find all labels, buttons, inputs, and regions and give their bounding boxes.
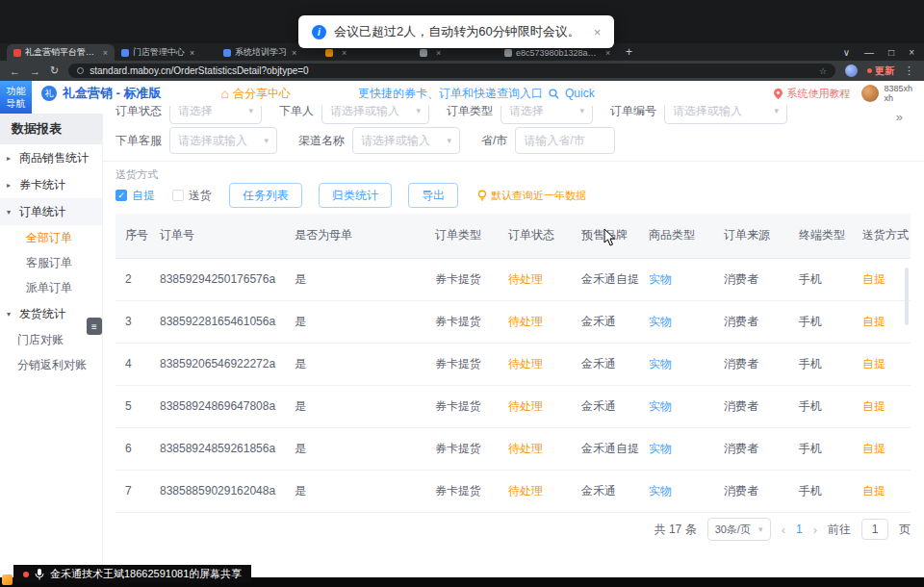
func-nav-block[interactable]: 功能 导航 xyxy=(0,81,32,114)
filter-select[interactable]: 请选择或输入▾ xyxy=(352,127,460,154)
browser-tab[interactable]: 礼盒营销平台管理中心× xyxy=(7,44,115,61)
site-info-icon[interactable] xyxy=(77,67,84,74)
filter-group: 渠道名称请选择或输入▾ xyxy=(298,127,460,154)
filter-select[interactable]: 请选择或输入▾ xyxy=(169,127,277,154)
update-label: 更新 xyxy=(875,64,894,78)
placeholder-text: 请选择或输入 xyxy=(330,106,399,119)
tab-close-icon[interactable]: × xyxy=(605,48,610,58)
filter-select[interactable]: 请选择▾ xyxy=(500,106,593,124)
classify-stats-button[interactable]: 归类统计 xyxy=(319,183,392,208)
orders-table: 序号订单号是否为母单订单类型订单状态预售品牌商品类型订单来源终端类型送货方式28… xyxy=(116,214,911,513)
share-center-link[interactable]: ⌂ 合分享中心 xyxy=(221,86,291,102)
filters-expand-button[interactable]: » xyxy=(896,110,903,124)
close-icon[interactable]: × xyxy=(594,25,602,39)
user-name: 8385xh xh xyxy=(884,84,912,104)
tab-close-icon[interactable]: × xyxy=(292,48,296,58)
window-close-icon[interactable]: × xyxy=(909,47,914,58)
checkbox-box[interactable] xyxy=(172,190,184,201)
sidebar-item[interactable]: ▸券卡统计 xyxy=(0,171,102,198)
table-cell: 券卡提货 xyxy=(425,470,499,512)
table-cell: 实物 xyxy=(639,470,714,512)
filter-select[interactable]: 请选择或输入▾ xyxy=(321,106,429,124)
table-cell: 金禾通 xyxy=(572,300,639,343)
table-row[interactable]: 583858924869647808a是券卡提货待处理金禾通实物消费者手机自提 xyxy=(116,385,911,427)
tab-label: 系统培训学习 xyxy=(235,46,287,59)
next-page-button[interactable]: › xyxy=(813,523,817,537)
reload-icon[interactable]: ↻ xyxy=(50,64,59,77)
address-bar[interactable]: standard.maboy.cn/OrderStatisticsDetail?… xyxy=(68,64,835,78)
tab-close-icon[interactable]: × xyxy=(103,48,108,58)
query-hint: 默认查询近一年数据 xyxy=(477,189,586,203)
minimize-icon[interactable]: — xyxy=(864,47,874,58)
func-nav-line2: 导航 xyxy=(7,97,26,110)
table-row[interactable]: 283859294250176576a是券卡提货待处理金禾通自提实物消费者手机自… xyxy=(116,258,911,300)
prev-page-button[interactable]: ‹ xyxy=(782,523,785,537)
column-header: 终端类型 xyxy=(789,214,853,258)
tab-close-icon[interactable]: × xyxy=(190,48,194,58)
quick-search-icon xyxy=(549,89,559,99)
filter-label: 下单客服 xyxy=(116,133,162,149)
tab-search-icon[interactable]: ∨ xyxy=(843,47,850,58)
quick-entry-link[interactable]: 更快捷的券卡、订单和快递查询入口 Quick xyxy=(358,86,595,102)
table-cell: 待处理 xyxy=(499,258,572,300)
page-size-select[interactable]: 30条/页 ▾ xyxy=(707,518,771,541)
filter-group: 下单人请选择或输入▾ xyxy=(279,106,429,124)
table-cell: 待处理 xyxy=(499,385,572,427)
sidebar-item[interactable]: ▾订单统计 xyxy=(0,198,102,225)
tab-favicon xyxy=(121,49,129,57)
table-row[interactable]: 483859206546922272a是券卡提货待处理金禾通实物消费者手机自提 xyxy=(116,343,911,385)
action-row: ✓自提送货 任务列表归类统计导出 默认查询近一年数据 xyxy=(116,183,586,208)
task-list-button[interactable]: 任务列表 xyxy=(229,183,302,208)
table-row[interactable]: 783858859029162048a是券卡提货待处理金禾通实物消费者手机自提 xyxy=(116,470,911,512)
tab-close-icon[interactable]: × xyxy=(342,48,346,58)
browser-menu-icon[interactable]: ⋮ xyxy=(904,64,914,77)
goto-page-input[interactable] xyxy=(861,519,888,540)
table-cell: 待处理 xyxy=(499,300,572,343)
filter-label: 订单类型 xyxy=(447,106,493,119)
sidebar-item[interactable]: ▸商品销售统计 xyxy=(0,144,102,171)
delivery-checkbox[interactable]: 送货 xyxy=(172,188,212,204)
filter-select[interactable]: 请选择▾ xyxy=(169,106,262,124)
new-tab-button[interactable]: + xyxy=(626,45,632,59)
checkbox-box[interactable]: ✓ xyxy=(116,190,127,201)
browser-update-badge[interactable]: 更新 xyxy=(867,64,894,78)
user-avatar[interactable] xyxy=(861,85,879,102)
table-cell: 手机 xyxy=(789,343,853,385)
filter-select[interactable]: 请选择或输入▾ xyxy=(664,106,787,124)
maximize-icon[interactable]: □ xyxy=(888,47,894,58)
sidebar-subitem[interactable]: 客服订单 xyxy=(0,250,102,275)
table-cell: 自提 xyxy=(853,385,911,427)
table-cell: 券卡提货 xyxy=(425,343,499,385)
export-button[interactable]: 导出 xyxy=(408,183,458,208)
divider xyxy=(103,161,924,162)
table-row[interactable]: 683858924859261856a是券卡提货待处理金禾通自提实物消费者手机自… xyxy=(116,427,911,470)
table-cell: 83858859029162048a xyxy=(150,470,285,512)
back-icon[interactable]: ← xyxy=(10,65,20,77)
table-cell: 实物 xyxy=(639,300,714,343)
sidebar-subitem[interactable]: 全部订单 xyxy=(0,225,102,250)
recording-dot-icon xyxy=(23,572,29,577)
sidebar-subitem[interactable]: 派单订单 xyxy=(0,275,102,300)
pin-icon xyxy=(774,89,783,99)
table-row[interactable]: 383859228165461056a是券卡提货待处理金禾通实物消费者手机自提 xyxy=(116,300,911,343)
column-header: 订单类型 xyxy=(425,214,499,258)
sidebar-collapse-toggle[interactable]: ≡ xyxy=(87,318,102,335)
table-scrollbar[interactable] xyxy=(905,268,909,325)
microphone-icon xyxy=(35,569,44,580)
chevron-down-icon: ▾ xyxy=(579,106,584,115)
bookmark-star-icon[interactable]: ☆ xyxy=(819,66,827,76)
update-dot-icon xyxy=(867,68,872,73)
quick-entry-text: 更快捷的券卡、订单和快递查询入口 xyxy=(358,86,543,102)
tutorial-link[interactable]: 系统使用教程 xyxy=(774,87,850,101)
browser-profile-avatar[interactable] xyxy=(845,64,858,77)
tab-close-icon[interactable]: × xyxy=(436,48,441,58)
filter-input[interactable]: 请输入省/市 xyxy=(515,127,615,154)
browser-tab[interactable]: 门店管理中心× xyxy=(115,44,217,61)
taskbar-app-icon[interactable] xyxy=(2,574,13,585)
table-cell: 是 xyxy=(285,258,425,300)
delivery-checkbox[interactable]: ✓自提 xyxy=(116,188,155,204)
forward-icon[interactable]: → xyxy=(30,65,40,77)
current-page[interactable]: 1 xyxy=(796,523,803,536)
sidebar-subitem[interactable]: 分销返利对账 xyxy=(0,352,102,377)
filter-group: 下单客服请选择或输入▾ xyxy=(116,127,277,154)
